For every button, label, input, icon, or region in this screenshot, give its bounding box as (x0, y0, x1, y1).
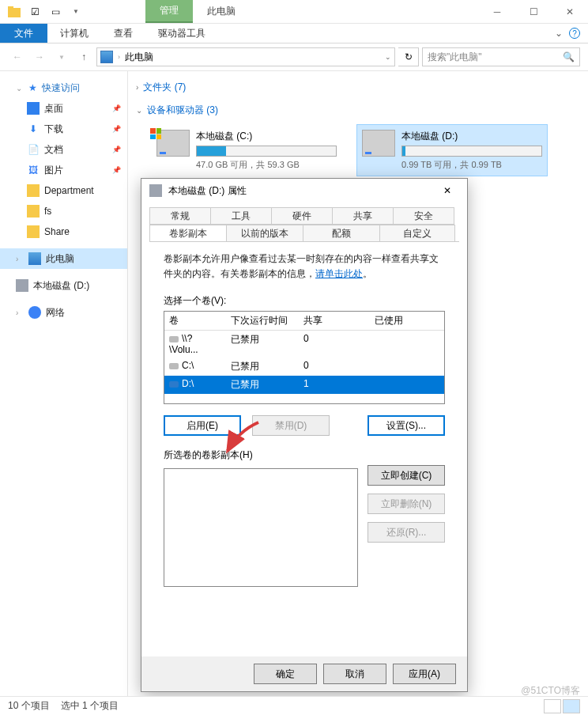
address-text[interactable]: 此电脑 (125, 51, 153, 64)
status-selected-count: 选中 1 个项目 (61, 699, 119, 713)
document-icon: 📄 (27, 143, 40, 156)
table-body: \\?\Volu...已禁用0 C:\已禁用0 D:\已禁用1 (164, 331, 444, 403)
dialog-footer: 确定 取消 应用(A) (141, 656, 467, 691)
drive-icon (362, 130, 395, 157)
properties-dialog: 本地磁盘 (D:) 属性 ✕ 常规 工具 硬件 共享 安全 卷影副本 以前的版本… (141, 178, 468, 692)
search-icon[interactable]: 🔍 (563, 51, 575, 62)
ok-button[interactable]: 确定 (254, 664, 317, 684)
table-row[interactable]: \\?\Volu...已禁用0 (164, 331, 444, 358)
icons-view-button[interactable] (563, 699, 580, 713)
sidebar-item-pictures[interactable]: 🖼图片📌 (0, 160, 127, 180)
address-bar[interactable]: › 此电脑 ⌄ (96, 47, 395, 66)
sidebar-item-documents[interactable]: 📄文档📌 (0, 139, 127, 160)
drive-name: 本地磁盘 (D:) (401, 130, 542, 143)
qat-dropdown-icon[interactable]: ▼ (68, 4, 84, 20)
qat-properties-icon[interactable]: ▭ (47, 4, 63, 20)
drive-d[interactable]: 本地磁盘 (D:) 0.99 TB 可用，共 0.99 TB (357, 125, 547, 176)
section-devices[interactable]: ⌄设备和驱动器 (3) (136, 99, 580, 122)
tab-customize[interactable]: 自定义 (379, 225, 455, 242)
windows-logo-icon (150, 128, 161, 139)
col-volume[interactable]: 卷 (164, 312, 226, 330)
search-box[interactable]: 搜索"此电脑" 🔍 (422, 47, 580, 66)
pin-icon: 📌 (112, 166, 121, 174)
back-button[interactable]: ← (8, 47, 27, 66)
file-tab[interactable]: 文件 (0, 24, 47, 43)
contextual-label: 此电脑 (193, 0, 250, 23)
minimize-button[interactable]: ─ (479, 0, 515, 24)
dialog-close-button[interactable]: ✕ (435, 179, 459, 202)
col-share[interactable]: 共享 (299, 312, 370, 330)
forward-button[interactable]: → (30, 47, 49, 66)
disk-icon (16, 279, 28, 292)
sidebar-item-downloads[interactable]: ⬇下载📌 (0, 119, 127, 139)
tab-hardware[interactable]: 硬件 (271, 207, 333, 225)
col-next-run[interactable]: 下次运行时间 (226, 312, 299, 330)
settings-button[interactable]: 设置(S)... (368, 415, 445, 436)
create-now-button[interactable]: 立即创建(C) (368, 465, 445, 486)
tab-shadow-copies[interactable]: 卷影副本 (149, 225, 227, 242)
drive-usage-text: 47.0 GB 可用，共 59.3 GB (196, 159, 337, 171)
sidebar-item-desktop[interactable]: 桌面📌 (0, 98, 127, 119)
sidebar-item-share[interactable]: Share (0, 221, 127, 242)
ribbon-tab-view[interactable]: 查看 (101, 24, 145, 43)
close-button[interactable]: ✕ (552, 0, 588, 24)
drive-usage-bar (196, 146, 337, 157)
sidebar-item-department[interactable]: Department (0, 180, 127, 201)
info-link[interactable]: 请单击此处 (315, 268, 363, 279)
apply-button[interactable]: 应用(A) (393, 664, 456, 684)
pin-icon: 📌 (112, 125, 121, 133)
drives-list: 本地磁盘 (C:) 47.0 GB 可用，共 59.3 GB 本地磁盘 (D:)… (136, 122, 580, 176)
volume-table: 卷 下次运行时间 共享 已使用 \\?\Volu...已禁用0 C:\已禁用0 … (164, 311, 445, 404)
pc-icon (28, 252, 41, 265)
tab-tools[interactable]: 工具 (210, 207, 272, 225)
quick-access-toolbar: ☑ ▭ ▼ (0, 4, 90, 20)
enable-button[interactable]: 启用(E) (164, 415, 241, 436)
star-icon: ★ (28, 82, 37, 93)
download-icon: ⬇ (27, 123, 40, 135)
details-view-button[interactable] (544, 699, 561, 713)
title-bar: ☑ ▭ ▼ 管理 此电脑 ─ ☐ ✕ (0, 0, 588, 24)
table-row[interactable]: C:\已禁用0 (164, 358, 444, 376)
status-bar: 10 个项目 选中 1 个项目 (0, 696, 588, 715)
window-controls: ─ ☐ ✕ (479, 0, 588, 24)
sidebar-local-disk[interactable]: 本地磁盘 (D:) (0, 275, 127, 296)
section-folders[interactable]: ›文件夹 (7) (136, 76, 580, 99)
ribbon-tab-drivetools[interactable]: 驱动器工具 (145, 24, 218, 43)
table-row[interactable]: D:\已禁用1 (164, 376, 444, 394)
drive-name: 本地磁盘 (C:) (196, 130, 337, 143)
sidebar-this-pc[interactable]: ›此电脑 (0, 248, 127, 269)
history-dropdown[interactable]: ▼ (52, 47, 71, 66)
sidebar-quick-access[interactable]: ⌄★快速访问 (0, 78, 127, 98)
cancel-button[interactable]: 取消 (323, 664, 386, 684)
sidebar-item-fs[interactable]: fs (0, 201, 127, 221)
address-dropdown-icon[interactable]: ⌄ (385, 53, 391, 61)
contextual-tab-manage[interactable]: 管理 (145, 0, 193, 23)
dialog-title: 本地磁盘 (D:) 属性 (168, 184, 247, 198)
tab-general[interactable]: 常规 (149, 207, 211, 225)
up-button[interactable]: ↑ (74, 47, 93, 66)
help-icon[interactable]: ? (569, 28, 580, 39)
maximize-button[interactable]: ☐ (515, 0, 552, 24)
pin-icon: 📌 (112, 104, 121, 112)
tab-previous-versions[interactable]: 以前的版本 (226, 225, 303, 242)
shadow-copies-list[interactable] (164, 468, 358, 587)
ribbon-tab-computer[interactable]: 计算机 (47, 24, 101, 43)
tab-security[interactable]: 安全 (393, 207, 454, 225)
search-placeholder: 搜索"此电脑" (428, 51, 482, 64)
tab-quota[interactable]: 配额 (303, 225, 380, 242)
ribbon-expand-icon[interactable]: ⌄ (555, 28, 563, 39)
refresh-button[interactable]: ↻ (398, 47, 419, 66)
breadcrumb-chevron-icon[interactable]: › (118, 53, 120, 61)
sidebar-network[interactable]: ›网络 (0, 302, 127, 323)
disk-icon (149, 184, 162, 197)
dialog-titlebar[interactable]: 本地磁盘 (D:) 属性 ✕ (141, 179, 467, 202)
navigation-bar: ← → ▼ ↑ › 此电脑 ⌄ ↻ 搜索"此电脑" 🔍 (0, 44, 588, 71)
col-used[interactable]: 已使用 (370, 312, 444, 330)
status-item-count: 10 个项目 (8, 699, 50, 713)
drive-c[interactable]: 本地磁盘 (C:) 47.0 GB 可用，共 59.3 GB (152, 125, 341, 176)
qat-check-icon[interactable]: ☑ (27, 4, 43, 20)
selected-copies-label: 所选卷的卷影副本(H) (164, 448, 445, 462)
dialog-body: 卷影副本允许用户像查看过去某一时刻存在的内容一样查看共享文件夹的内容。有关卷影副… (149, 241, 459, 656)
network-icon (28, 306, 41, 319)
tab-sharing[interactable]: 共享 (332, 207, 394, 225)
